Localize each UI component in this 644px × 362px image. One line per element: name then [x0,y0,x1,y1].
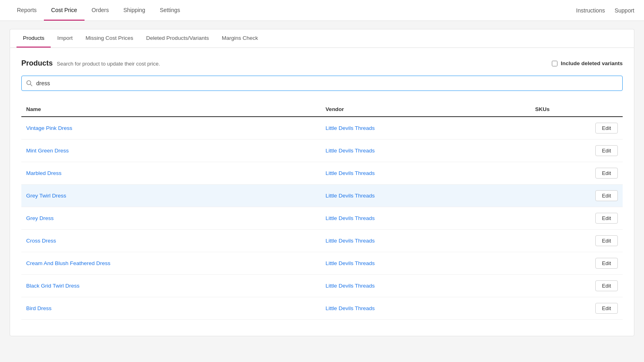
top-nav-right-instructions[interactable]: Instructions [576,7,605,14]
products-title-row: Products Search for product to update th… [21,59,160,68]
vendor-link[interactable]: Little Devils Threads [326,125,375,131]
svg-line-1 [31,84,32,86]
product-skus [530,275,590,297]
edit-button[interactable]: Edit [595,123,618,134]
top-nav-left: ReportsCost PriceOrdersShippingSettings [10,0,576,21]
product-skus [530,117,590,140]
search-container [21,76,623,91]
top-nav-right-support[interactable]: Support [615,7,634,14]
table-row: Grey DressLittle Devils ThreadsEdit [21,207,623,230]
sub-nav-item-products[interactable]: Products [17,29,51,47]
product-name-link[interactable]: Vintage Pink Dress [26,125,72,131]
table-row: Black Grid Twirl DressLittle Devils Thre… [21,275,623,297]
product-name-link[interactable]: Mint Green Dress [26,148,69,154]
vendor-link[interactable]: Little Devils Threads [326,305,375,311]
vendor-link[interactable]: Little Devils Threads [326,260,375,266]
sub-nav-item-deleted-products/variants[interactable]: Deleted Products/Variants [140,29,215,47]
table-row: Bird DressLittle Devils ThreadsEdit [21,297,623,320]
edit-button[interactable]: Edit [595,213,618,224]
table-row: Cream And Blush Feathered DressLittle De… [21,252,623,275]
edit-button[interactable]: Edit [595,235,618,246]
col-header-skus: SKUs [530,102,590,117]
include-deleted-checkbox[interactable] [552,61,557,66]
edit-button[interactable]: Edit [595,280,618,291]
table-row: Mint Green DressLittle Devils ThreadsEdi… [21,140,623,162]
vendor-link[interactable]: Little Devils Threads [326,148,375,154]
action-cell: Edit [590,275,623,297]
action-cell: Edit [590,297,623,320]
table-row: Vintage Pink DressLittle Devils ThreadsE… [21,117,623,140]
product-name-link[interactable]: Cream And Blush Feathered Dress [26,260,110,266]
product-skus [530,252,590,275]
col-header-vendor: Vendor [321,102,530,117]
table-header: Name Vendor SKUs [21,102,623,117]
edit-button[interactable]: Edit [595,258,618,269]
top-nav-item-settings[interactable]: Settings [153,0,188,21]
action-cell: Edit [590,230,623,252]
product-skus [530,185,590,207]
table-body: Vintage Pink DressLittle Devils ThreadsE… [21,117,623,320]
table-row: Grey Twirl DressLittle Devils ThreadsEdi… [21,185,623,207]
product-name-link[interactable]: Bird Dress [26,305,52,311]
action-cell: Edit [590,140,623,162]
vendor-link[interactable]: Little Devils Threads [326,215,375,221]
sub-nav-item-missing-cost-prices[interactable]: Missing Cost Prices [79,29,140,47]
vendor-link[interactable]: Little Devils Threads [326,170,375,176]
product-skus [530,297,590,320]
search-input[interactable] [21,76,623,91]
vendor-link[interactable]: Little Devils Threads [326,238,375,244]
product-skus [530,207,590,230]
top-nav-item-shipping[interactable]: Shipping [116,0,153,21]
col-header-action [590,102,623,117]
product-name-link[interactable]: Marbled Dress [26,170,62,176]
action-cell: Edit [590,252,623,275]
action-cell: Edit [590,162,623,185]
top-nav-item-reports[interactable]: Reports [10,0,44,21]
product-name-link[interactable]: Black Grid Twirl Dress [26,283,80,289]
sub-nav-item-margins-check[interactable]: Margins Check [215,29,264,47]
table-row: Cross DressLittle Devils ThreadsEdit [21,230,623,252]
edit-button[interactable]: Edit [595,190,618,201]
top-nav-right: InstructionsSupport [576,7,634,14]
sub-navigation: ProductsImportMissing Cost PricesDeleted… [10,29,634,47]
edit-button[interactable]: Edit [595,168,618,179]
top-navigation: ReportsCost PriceOrdersShippingSettings … [0,0,644,21]
page-subtitle: Search for product to update their cost … [57,61,160,67]
search-icon [26,80,33,86]
table-row: Marbled DressLittle Devils ThreadsEdit [21,162,623,185]
product-name-link[interactable]: Grey Dress [26,215,54,221]
product-name-link[interactable]: Grey Twirl Dress [26,193,66,199]
action-cell: Edit [590,185,623,207]
top-nav-item-orders[interactable]: Orders [85,0,116,21]
content-card: Products Search for product to update th… [10,47,634,336]
top-nav-item-cost-price[interactable]: Cost Price [44,0,85,21]
product-name-link[interactable]: Cross Dress [26,238,56,244]
action-cell: Edit [590,117,623,140]
include-deleted-label[interactable]: Include deleted variants [552,60,623,66]
page-title: Products [21,59,53,68]
sub-nav-item-import[interactable]: Import [51,29,79,47]
col-header-name: Name [21,102,321,117]
edit-button[interactable]: Edit [595,303,618,314]
product-skus [530,162,590,185]
edit-button[interactable]: Edit [595,145,618,156]
products-table: Name Vendor SKUs Vintage Pink DressLittl… [21,102,623,320]
vendor-link[interactable]: Little Devils Threads [326,283,375,289]
products-header: Products Search for product to update th… [21,59,623,68]
action-cell: Edit [590,207,623,230]
vendor-link[interactable]: Little Devils Threads [326,193,375,199]
product-skus [530,230,590,252]
main-wrapper: ProductsImportMissing Cost PricesDeleted… [0,21,644,344]
product-skus [530,140,590,162]
